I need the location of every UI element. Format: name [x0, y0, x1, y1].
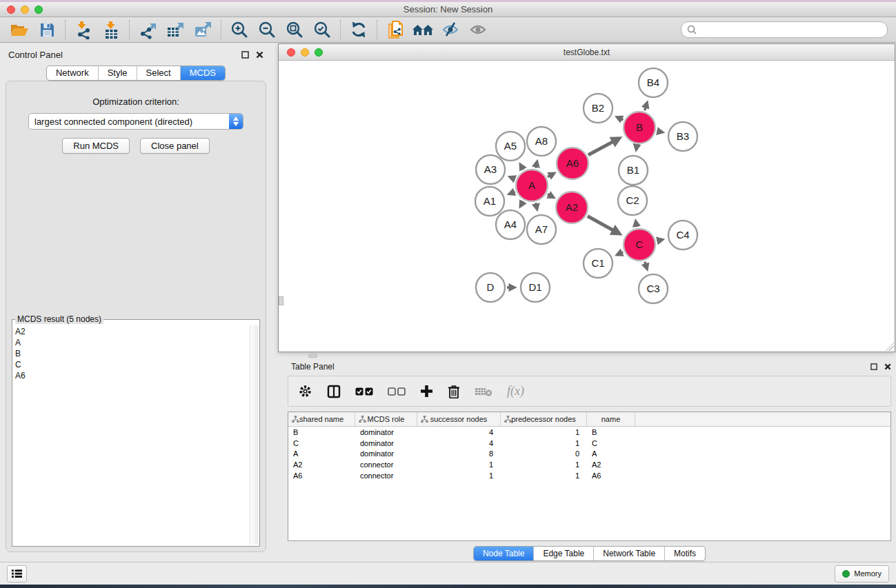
zoom-selected-button[interactable] — [308, 19, 336, 41]
network-canvas[interactable]: B4B2BB3A8A5A6A3B1AC2A1A2A4A7C4CC1C3DD1 — [279, 61, 895, 352]
table-cell[interactable]: A6 — [288, 472, 355, 480]
graph-node-A8[interactable]: A8 — [527, 127, 556, 156]
table-cell[interactable]: 1 — [501, 460, 587, 469]
graph-edge-A-A6[interactable] — [548, 173, 555, 176]
table-cell[interactable]: 4 — [417, 428, 501, 436]
graph-edge-A2-C[interactable] — [588, 216, 619, 234]
float-panel-icon[interactable] — [241, 51, 249, 59]
table-cell[interactable]: C — [587, 439, 635, 447]
result-scrollbar[interactable] — [250, 325, 258, 545]
tab-style[interactable]: Style — [98, 66, 137, 80]
table-cell[interactable]: A2 — [288, 460, 355, 469]
column-header-successor-nodes[interactable]: successor nodes — [417, 412, 501, 426]
graph-node-B1[interactable]: B1 — [619, 156, 648, 185]
zoom-in-button[interactable] — [226, 19, 253, 41]
function-builder-button[interactable]: f(x) — [507, 384, 524, 398]
save-session-button[interactable] — [33, 19, 61, 41]
result-item[interactable]: A6 — [15, 370, 247, 381]
column-header-shared-name[interactable]: shared name — [288, 412, 355, 426]
show-details-button[interactable] — [464, 19, 492, 41]
graph-node-B3[interactable]: B3 — [668, 122, 697, 151]
table-cell[interactable]: A — [288, 449, 355, 458]
result-item[interactable]: A2 — [15, 326, 247, 337]
table-cell[interactable]: B — [288, 428, 355, 436]
table-cell[interactable]: connector — [355, 472, 417, 480]
graph-node-A3[interactable]: A3 — [476, 155, 505, 184]
graph-node-A4[interactable]: A4 — [496, 210, 525, 239]
show-columns-button[interactable] — [327, 385, 341, 398]
table-cell[interactable]: 8 — [417, 449, 501, 458]
graph-edge-A6-B[interactable] — [588, 139, 619, 155]
run-mcds-button[interactable]: Run MCDS — [62, 138, 130, 154]
table-settings-button[interactable] — [298, 384, 312, 398]
table-cell[interactable]: A6 — [587, 472, 635, 480]
graph-edge-C-C2[interactable] — [636, 221, 637, 227]
home-pair-button[interactable] — [409, 19, 437, 41]
window-resize-grip[interactable] — [886, 343, 894, 351]
graph-edge-B-B1[interactable] — [636, 145, 637, 150]
memory-button[interactable]: Memory — [835, 565, 889, 582]
network-window-titlebar[interactable]: testGlobe.txt — [279, 44, 895, 61]
graph-node-C2[interactable]: C2 — [618, 186, 647, 215]
graph-node-A1[interactable]: A1 — [475, 187, 504, 216]
select-all-columns-button[interactable] — [355, 387, 373, 396]
table-cell[interactable]: 1 — [501, 472, 587, 480]
graph-node-A6[interactable]: A6 — [557, 148, 588, 179]
graph-node-D[interactable]: D — [476, 273, 505, 302]
close-panel-button[interactable]: Close panel — [140, 138, 210, 154]
refresh-button[interactable] — [345, 19, 372, 41]
new-network-from-selection-button[interactable] — [381, 19, 409, 41]
search-input[interactable] — [700, 25, 882, 34]
export-table-button[interactable] — [161, 19, 189, 41]
graph-node-C1[interactable]: C1 — [584, 249, 613, 278]
open-session-button[interactable] — [6, 19, 33, 41]
unselect-all-columns-button[interactable] — [388, 387, 406, 396]
table-cell[interactable]: C — [288, 439, 355, 447]
table-cell[interactable]: 0 — [501, 449, 587, 458]
graph-edge-C-C3[interactable] — [645, 262, 647, 270]
graph-node-A[interactable]: A — [516, 170, 548, 201]
graph-edge-A-A4[interactable] — [520, 201, 523, 207]
tab-node-table[interactable]: Node Table — [474, 547, 534, 560]
column-header-name[interactable]: name — [587, 412, 635, 426]
tab-motifs[interactable]: Motifs — [664, 547, 705, 560]
graph-node-B2[interactable]: B2 — [584, 94, 613, 123]
panel-grip[interactable] — [279, 296, 283, 305]
add-column-button[interactable] — [420, 385, 433, 398]
table-row[interactable]: Adominator80A — [288, 448, 890, 459]
close-panel-icon[interactable] — [256, 51, 263, 59]
graph-edge-B-B3[interactable] — [657, 131, 663, 132]
graph-node-C[interactable]: C — [624, 229, 655, 261]
result-item[interactable]: C — [15, 359, 247, 370]
delete-column-button[interactable] — [448, 384, 460, 398]
table-cell[interactable]: A — [587, 449, 635, 458]
graph-edge-A-A1[interactable] — [509, 192, 515, 194]
table-row[interactable]: Bdominator41B — [288, 427, 890, 438]
graph-node-D1[interactable]: D1 — [521, 273, 550, 302]
graph-edge-B-B4[interactable] — [645, 103, 648, 110]
table-cell[interactable]: 1 — [417, 472, 501, 480]
graph-node-C3[interactable]: C3 — [639, 274, 668, 303]
float-table-panel-icon[interactable] — [870, 363, 877, 370]
table-cell[interactable]: 4 — [417, 439, 501, 447]
graph-edge-A-A8[interactable] — [536, 161, 537, 168]
export-image-button[interactable] — [189, 19, 217, 41]
zoom-out-button[interactable] — [253, 19, 281, 41]
tab-network[interactable]: Network — [47, 66, 98, 80]
graph-edge-A-A5[interactable] — [520, 164, 523, 170]
table-cell[interactable]: B — [587, 428, 635, 436]
tab-network-table[interactable]: Network Table — [593, 547, 664, 560]
hide-details-button[interactable] — [437, 19, 464, 41]
search-field[interactable] — [681, 21, 888, 38]
tab-mcds[interactable]: MCDS — [180, 66, 225, 80]
graph-edge-C-C4[interactable] — [657, 240, 662, 241]
network-canvas-svg[interactable]: B4B2BB3A8A5A6A3B1AC2A1A2A4A7C4CC1C3DD1 — [279, 61, 895, 352]
table-cell[interactable]: 1 — [501, 439, 587, 447]
graph-node-A7[interactable]: A7 — [527, 215, 556, 244]
zoom-fit-button[interactable] — [281, 19, 308, 41]
delete-table-button[interactable] — [475, 386, 492, 397]
graph-node-A5[interactable]: A5 — [496, 132, 525, 161]
table-row[interactable]: A2connector11A2 — [288, 459, 890, 470]
import-table-button[interactable] — [97, 19, 125, 41]
import-network-button[interactable] — [70, 19, 97, 41]
